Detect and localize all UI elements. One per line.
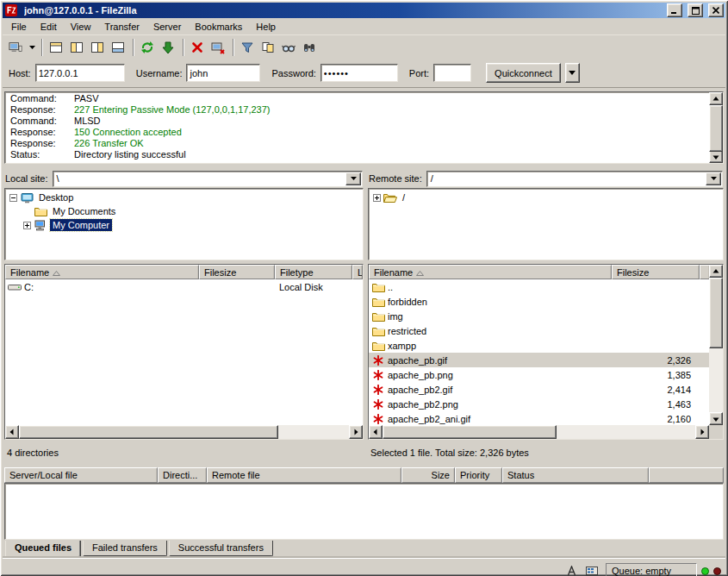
remote-directory-tree[interactable]: / xyxy=(368,188,724,260)
local-file-row[interactable]: C:Local Disk xyxy=(5,279,363,294)
remote-site-combobox[interactable]: / xyxy=(426,171,723,187)
refresh-button[interactable] xyxy=(138,38,159,57)
scrollbar-thumb[interactable] xyxy=(709,105,723,152)
process-queue-button[interactable] xyxy=(159,38,179,57)
maximize-button[interactable] xyxy=(688,3,703,17)
menu-item-bookmarks[interactable]: Bookmarks xyxy=(188,20,249,34)
scrollbar-track[interactable] xyxy=(709,278,723,412)
local-site-dropdown-icon[interactable] xyxy=(345,172,361,185)
scrollbar-track[interactable] xyxy=(709,105,723,150)
scroll-left-icon[interactable] xyxy=(5,425,19,439)
scrollbar-thumb[interactable] xyxy=(383,425,557,439)
remote-column-filename[interactable]: Filename xyxy=(369,265,612,279)
scrollbar-thumb[interactable] xyxy=(19,425,278,439)
find-button[interactable] xyxy=(300,38,320,57)
local-column-filename[interactable]: Filename xyxy=(5,265,199,279)
remote-file-list[interactable]: FilenameFilesize ..forbiddenimgrestricte… xyxy=(368,264,724,440)
minimize-button[interactable] xyxy=(667,3,682,17)
local-column-filesize[interactable]: Filesize xyxy=(199,265,275,279)
cancel-button[interactable] xyxy=(188,38,208,57)
local-tree-item-my-documents[interactable]: My Documents xyxy=(5,204,363,218)
remote-file-row[interactable]: xampp xyxy=(369,338,709,353)
remote-file-row[interactable]: img xyxy=(369,309,709,323)
scroll-down-icon[interactable] xyxy=(709,412,723,425)
expand-icon[interactable] xyxy=(23,222,31,229)
disconnect-button[interactable] xyxy=(208,38,229,57)
remote-vertical-scrollbar[interactable] xyxy=(709,265,723,425)
queue-column-server-local-file[interactable]: Server/Local file xyxy=(4,467,158,483)
menu-item-edit[interactable]: Edit xyxy=(34,20,64,34)
scrollbar-thumb[interactable] xyxy=(709,278,723,348)
port-input[interactable] xyxy=(433,64,471,82)
file-type: Local Disk xyxy=(275,282,352,292)
remote-file-row[interactable]: apache_pb.png1,385 xyxy=(369,367,709,382)
title-bar[interactable]: john@127.0.0.1 - FileZilla xyxy=(3,3,725,18)
tab-successful-transfers[interactable]: Successful transfers xyxy=(169,541,273,556)
column-label: Status xyxy=(507,470,534,480)
username-input[interactable] xyxy=(186,64,260,82)
filter-button[interactable] xyxy=(238,38,258,57)
site-manager-button[interactable] xyxy=(6,38,27,57)
transfer-queue-body[interactable] xyxy=(4,483,724,540)
queue-column-status[interactable]: Status xyxy=(502,467,649,483)
remote-file-row[interactable]: apache_pb2_ani.gif2,160 xyxy=(369,411,709,425)
host-input[interactable] xyxy=(35,64,125,82)
collapse-icon[interactable] xyxy=(9,194,17,202)
menu-item-file[interactable]: File xyxy=(4,20,34,34)
local-tree-item-desktop[interactable]: Desktop xyxy=(5,191,363,204)
toggle-local-tree-button[interactable] xyxy=(67,38,88,57)
scroll-down-icon[interactable] xyxy=(709,150,723,163)
log-vertical-scrollbar[interactable] xyxy=(709,92,723,163)
scroll-left-icon[interactable] xyxy=(369,425,383,439)
queue-column-priority[interactable]: Priority xyxy=(455,467,502,483)
queue-column-directi[interactable]: Directi... xyxy=(158,467,207,483)
scroll-right-icon[interactable] xyxy=(695,425,709,439)
local-column-filetype[interactable]: Filetype xyxy=(275,265,352,279)
scrollbar-track[interactable] xyxy=(383,425,695,439)
remote-file-row[interactable]: forbidden xyxy=(369,294,709,309)
tab-failed-transfers[interactable]: Failed transfers xyxy=(83,541,167,556)
remote-column-filesize[interactable]: Filesize xyxy=(612,265,700,279)
password-input[interactable] xyxy=(320,64,398,82)
log-line-type: Response: xyxy=(5,138,74,149)
menu-item-transfer[interactable]: Transfer xyxy=(97,20,146,34)
quickconnect-dropdown-icon[interactable] xyxy=(565,63,580,83)
sync-browse-button[interactable] xyxy=(279,38,300,57)
remote-file-row[interactable]: apache_pb2.gif2,414 xyxy=(369,382,709,397)
remote-file-row[interactable]: apache_pb2.png1,463 xyxy=(369,397,709,411)
local-file-list-body[interactable]: C:Local Disk xyxy=(5,279,363,425)
menu-item-view[interactable]: View xyxy=(64,20,98,34)
remote-file-row[interactable]: restricted xyxy=(369,323,709,338)
remote-site-dropdown-icon[interactable] xyxy=(706,172,721,185)
menu-item-server[interactable]: Server xyxy=(146,20,188,34)
tab-queued-files[interactable]: Queued files xyxy=(5,541,81,558)
toggle-queue-button[interactable] xyxy=(109,38,129,57)
message-log[interactable]: Command:PASVResponse:227 Entering Passiv… xyxy=(4,91,724,164)
toggle-remote-tree-button[interactable] xyxy=(88,38,109,57)
remote-horizontal-scrollbar[interactable] xyxy=(369,425,709,439)
scroll-right-icon[interactable] xyxy=(349,425,363,439)
local-file-list[interactable]: FilenameFilesizeFiletypeL C:Local Disk xyxy=(4,264,364,440)
remote-file-row[interactable]: apache_pb.gif2,326 xyxy=(369,353,709,367)
queue-column-remote-file[interactable]: Remote file xyxy=(207,467,401,483)
compare-button[interactable] xyxy=(258,38,279,57)
local-horizontal-scrollbar[interactable] xyxy=(5,425,363,439)
remote-tree-item-item[interactable]: / xyxy=(369,191,723,204)
local-tree-item-my-computer[interactable]: My Computer xyxy=(5,218,363,232)
queue-column-size[interactable]: Size xyxy=(401,467,455,483)
remote-file-row[interactable]: .. xyxy=(369,279,709,294)
queue-status-panel: Queue: empty xyxy=(606,563,697,576)
expand-icon[interactable] xyxy=(373,194,381,202)
scroll-up-icon[interactable] xyxy=(709,92,723,105)
scroll-up-icon[interactable] xyxy=(709,265,723,278)
quickconnect-button[interactable]: Quickconnect xyxy=(486,63,561,83)
scrollbar-track[interactable] xyxy=(19,425,349,439)
toggle-log-button[interactable] xyxy=(47,38,67,57)
remote-file-list-body[interactable]: ..forbiddenimgrestrictedxamppapache_pb.g… xyxy=(369,279,723,425)
close-button[interactable] xyxy=(708,3,724,17)
menu-item-help[interactable]: Help xyxy=(249,20,283,34)
local-column-l[interactable]: L xyxy=(352,265,363,279)
local-site-combobox[interactable]: \ xyxy=(53,171,363,187)
local-directory-tree[interactable]: DesktopMy DocumentsMy Computer xyxy=(4,188,364,260)
site-manager-dropdown-icon[interactable] xyxy=(27,38,38,57)
